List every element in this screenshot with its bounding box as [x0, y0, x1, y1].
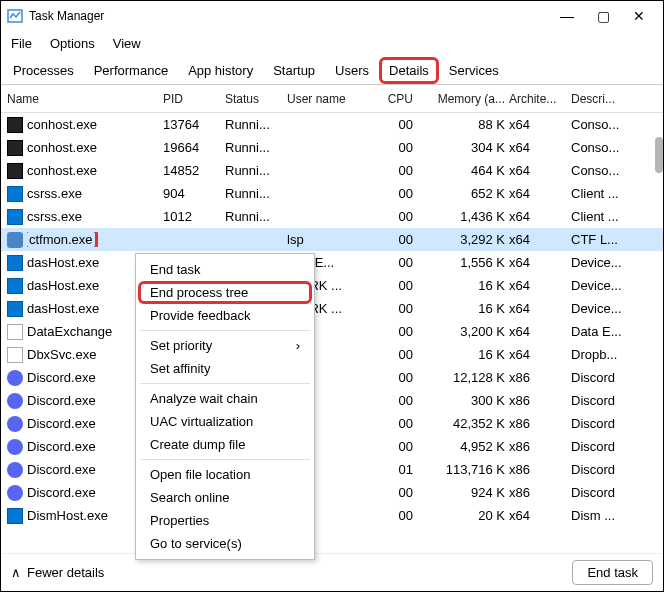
scrollbar-thumb[interactable] — [655, 137, 663, 173]
table-row[interactable]: Discord.exe00924 Kx86Discord — [1, 481, 663, 504]
process-cpu: 00 — [369, 117, 417, 132]
process-icon — [7, 117, 23, 133]
process-arch: x64 — [509, 163, 571, 178]
ctx-set-affinity[interactable]: Set affinity — [136, 357, 314, 380]
menu-file[interactable]: File — [3, 33, 40, 54]
table-row[interactable]: dasHost.exeWORK ...0016 Kx64Device... — [1, 297, 663, 320]
process-icon — [7, 278, 23, 294]
col-status[interactable]: Status — [225, 92, 287, 106]
process-name: csrss.exe — [27, 209, 163, 224]
ctx-analyze[interactable]: Analyze wait chain — [136, 387, 314, 410]
col-pid[interactable]: PID — [163, 92, 225, 106]
ctx-open-loc[interactable]: Open file location — [136, 463, 314, 486]
table-row[interactable]: ctfmon.exelsp003,292 Kx64CTF L... — [1, 228, 663, 251]
minimize-button[interactable]: — — [549, 2, 585, 30]
table-row[interactable]: dasHost.exeWORK ...0016 Kx64Device... — [1, 274, 663, 297]
table-row[interactable]: csrss.exe904Runni...00652 Kx64Client ... — [1, 182, 663, 205]
process-mem: 1,436 K — [417, 209, 509, 224]
process-status: Runni... — [225, 117, 287, 132]
scrollbar[interactable] — [653, 117, 663, 531]
col-mem[interactable]: Memory (a... — [417, 92, 509, 106]
process-list[interactable]: conhost.exe13764Runni...0088 Kx64Conso..… — [1, 113, 663, 527]
tab-performance[interactable]: Performance — [84, 57, 178, 84]
fewer-details-toggle[interactable]: ∧ Fewer details — [11, 565, 104, 580]
process-mem: 652 K — [417, 186, 509, 201]
process-mem: 16 K — [417, 278, 509, 293]
end-task-button[interactable]: End task — [572, 560, 653, 585]
table-row[interactable]: Discord.exep0042,352 Kx86Discord — [1, 412, 663, 435]
col-desc[interactable]: Descri... — [571, 92, 663, 106]
process-mem: 113,716 K — [417, 462, 509, 477]
process-desc: Dism ... — [571, 508, 663, 523]
process-cpu: 00 — [369, 301, 417, 316]
table-row[interactable]: csrss.exe1012Runni...001,436 Kx64Client … — [1, 205, 663, 228]
process-mem: 20 K — [417, 508, 509, 523]
table-row[interactable]: dasHost.exeAL SE...001,556 Kx64Device... — [1, 251, 663, 274]
process-desc: Device... — [571, 255, 663, 270]
table-row[interactable]: Discord.exep00300 Kx86Discord — [1, 389, 663, 412]
ctx-set-priority[interactable]: Set priority› — [136, 334, 314, 357]
table-row[interactable]: DbxSvc.exeTEM0016 Kx64Dropb... — [1, 343, 663, 366]
menu-view[interactable]: View — [105, 33, 149, 54]
col-arch[interactable]: Archite... — [509, 92, 571, 106]
process-desc: Device... — [571, 301, 663, 316]
process-arch: x86 — [509, 462, 571, 477]
ctx-uac[interactable]: UAC virtualization — [136, 410, 314, 433]
process-icon — [7, 485, 23, 501]
process-mem: 88 K — [417, 117, 509, 132]
tab-processes[interactable]: Processes — [3, 57, 84, 84]
tab-users[interactable]: Users — [325, 57, 379, 84]
ctx-end-process-tree[interactable]: End process tree — [138, 281, 312, 304]
ctx-dump[interactable]: Create dump file — [136, 433, 314, 456]
process-cpu: 00 — [369, 347, 417, 362]
process-name: conhost.exe — [27, 140, 163, 155]
col-cpu[interactable]: CPU — [369, 92, 417, 106]
process-status: Runni... — [225, 209, 287, 224]
context-menu: End task End process tree Provide feedba… — [135, 253, 315, 560]
tab-details[interactable]: Details — [379, 57, 439, 84]
task-manager-icon — [7, 8, 23, 24]
process-arch: x64 — [509, 278, 571, 293]
maximize-button[interactable]: ▢ — [585, 2, 621, 30]
menu-options[interactable]: Options — [42, 33, 103, 54]
process-mem: 3,292 K — [417, 232, 509, 247]
col-user[interactable]: User name — [287, 92, 369, 106]
process-mem: 16 K — [417, 347, 509, 362]
table-row[interactable]: Discord.exep004,952 Kx86Discord — [1, 435, 663, 458]
process-desc: Client ... — [571, 186, 663, 201]
process-arch: x86 — [509, 439, 571, 454]
ctx-properties[interactable]: Properties — [136, 509, 314, 532]
table-row[interactable]: conhost.exe19664Runni...00304 Kx64Conso.… — [1, 136, 663, 159]
ctx-goto-service[interactable]: Go to service(s) — [136, 532, 314, 555]
separator — [140, 330, 310, 331]
process-status: Runni... — [225, 186, 287, 201]
separator — [140, 459, 310, 460]
process-cpu: 00 — [369, 370, 417, 385]
table-row[interactable]: DismHost.exe0020 Kx64Dism ... — [1, 504, 663, 527]
ctx-provide-feedback[interactable]: Provide feedback — [136, 304, 314, 327]
process-cpu: 00 — [369, 485, 417, 500]
process-name: ctfmon.exe — [27, 232, 163, 247]
process-arch: x86 — [509, 370, 571, 385]
table-row[interactable]: conhost.exe13764Runni...0088 Kx64Conso..… — [1, 113, 663, 136]
process-cpu: 00 — [369, 186, 417, 201]
process-arch: x64 — [509, 140, 571, 155]
close-button[interactable]: ✕ — [621, 2, 657, 30]
process-user: lsp — [287, 232, 369, 247]
ctx-search[interactable]: Search online — [136, 486, 314, 509]
process-cpu: 00 — [369, 393, 417, 408]
ctx-end-task[interactable]: End task — [136, 258, 314, 281]
tab-services[interactable]: Services — [439, 57, 509, 84]
table-row[interactable]: Discord.exe01113,716 Kx86Discord — [1, 458, 663, 481]
table-row[interactable]: conhost.exe14852Runni...00464 Kx64Conso.… — [1, 159, 663, 182]
process-cpu: 00 — [369, 163, 417, 178]
process-arch: x64 — [509, 255, 571, 270]
tab-startup[interactable]: Startup — [263, 57, 325, 84]
col-name[interactable]: Name — [7, 92, 163, 106]
process-desc: Conso... — [571, 140, 663, 155]
column-headers[interactable]: Name PID Status User name CPU Memory (a.… — [1, 85, 663, 113]
tab-apphistory[interactable]: App history — [178, 57, 263, 84]
process-cpu: 00 — [369, 508, 417, 523]
table-row[interactable]: Discord.exep0012,128 Kx86Discord — [1, 366, 663, 389]
table-row[interactable]: DataExchangep003,200 Kx64Data E... — [1, 320, 663, 343]
